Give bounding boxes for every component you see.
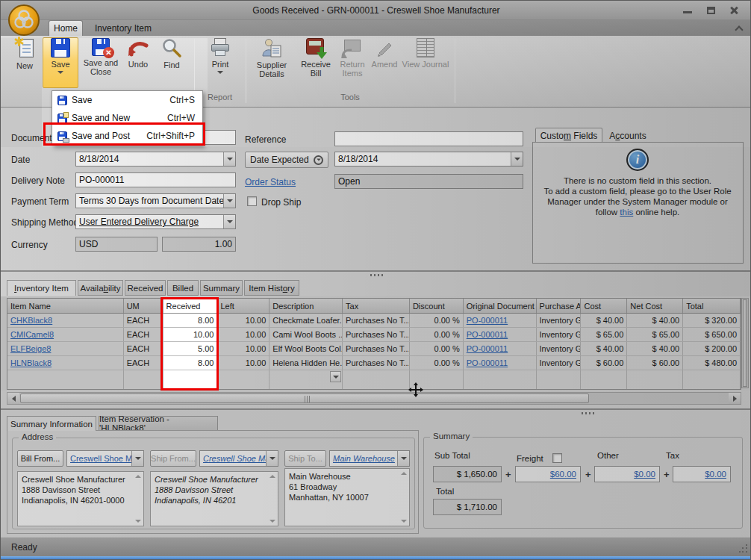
tab-billed[interactable]: Billed [167, 280, 199, 296]
tax-value-link[interactable]: $0.00 [705, 470, 726, 479]
ship-to-dropdown-icon[interactable] [397, 451, 409, 466]
scroll-down-icon[interactable] [269, 520, 275, 523]
tab-inventory-item-detail[interactable]: Inventory Item [7, 280, 76, 296]
col-purchase-account[interactable]: Purchase A [537, 299, 582, 313]
tab-item-history[interactable]: Item History [244, 280, 299, 296]
horizontal-scrollbar-thumb[interactable] [20, 393, 589, 403]
scroll-down-icon[interactable] [401, 520, 407, 523]
app-logo-icon[interactable] [8, 4, 40, 36]
col-original-document[interactable]: Original Document [464, 299, 537, 313]
date-dropdown-icon[interactable] [223, 152, 235, 166]
splitter[interactable] [1, 270, 751, 272]
scroll-up-icon[interactable] [269, 475, 275, 478]
col-discount[interactable]: Discount [410, 299, 464, 313]
original-document-link[interactable]: PO-000011 [467, 344, 508, 353]
item-link[interactable]: HLNBlack8 [10, 358, 52, 367]
col-um[interactable]: UM [124, 299, 163, 313]
save-button[interactable]: Save [44, 38, 77, 74]
tab-item-reservation[interactable]: Item Reservation - 'HLNBlack8' [99, 416, 218, 431]
save-dropdown-arrow-icon[interactable] [57, 71, 63, 74]
resize-grip-icon[interactable] [739, 544, 748, 553]
splitter-grip-icon[interactable] [582, 412, 595, 414]
payment-term-dropdown-icon[interactable] [223, 194, 235, 208]
tab-accounts[interactable]: Accounts [605, 129, 650, 143]
tab-summary[interactable]: Summary [200, 280, 243, 296]
close-button[interactable] [723, 1, 744, 20]
vertical-scrollbar-thumb[interactable] [743, 299, 747, 387]
col-description[interactable]: Description [269, 299, 343, 313]
bill-from-button[interactable]: Bill From... [17, 450, 63, 467]
freight-checkbox[interactable] [552, 453, 562, 463]
shipping-method-link[interactable]: User Entered Delivery Charge [76, 215, 223, 228]
undo-button[interactable]: Undo [123, 38, 153, 69]
tab-custom-fields[interactable]: Custom Fields [535, 128, 602, 143]
original-document-link[interactable]: PO-000011 [467, 316, 508, 325]
col-tax[interactable]: Tax [343, 299, 410, 313]
tab-home[interactable]: Home [49, 20, 83, 36]
bill-from-address[interactable]: Creswell Shoe Manufacturer 1888 Davisson… [17, 471, 144, 526]
freight-value-link[interactable]: $60.00 [550, 470, 576, 479]
supplier-details-button[interactable]: Supplier Details [249, 38, 295, 78]
ship-to-button[interactable]: Ship To... [284, 450, 326, 467]
collapse-ribbon-icon[interactable] [735, 25, 742, 31]
print-button[interactable]: Print [199, 38, 241, 74]
date-expected-combo[interactable]: 8/18/2014 [334, 152, 523, 167]
drop-ship-checkbox[interactable] [247, 196, 257, 206]
original-document-link[interactable]: PO-000011 [467, 358, 508, 367]
tab-availability[interactable]: Availability [78, 280, 123, 296]
col-item-name[interactable]: Item Name [7, 299, 124, 313]
ship-from-address[interactable]: Creswell Shoe Manufacturer 1888 Davisson… [150, 471, 278, 526]
print-dropdown-arrow-icon[interactable] [217, 71, 223, 74]
ship-to-combo[interactable]: Main Warehouse [329, 450, 410, 467]
shipping-method-dropdown-icon[interactable] [223, 215, 235, 228]
date-combo[interactable]: 8/18/2014 [75, 152, 236, 167]
col-left[interactable]: Left [217, 299, 269, 313]
bill-from-dropdown-icon[interactable] [131, 451, 143, 466]
menu-item-save[interactable]: Save Ctrl+S [52, 91, 202, 109]
ship-from-dropdown-icon[interactable] [266, 451, 278, 466]
delivery-note-input[interactable]: PO-000011 [75, 172, 236, 187]
receive-bill-button[interactable]: Receive Bill [298, 38, 334, 78]
scroll-up-icon[interactable] [135, 475, 141, 478]
shipping-method-combo[interactable]: User Entered Delivery Charge [75, 214, 236, 229]
scroll-up-icon[interactable] [401, 472, 407, 475]
scroll-right-icon[interactable] [729, 393, 741, 404]
payment-term-combo[interactable]: Terms 30 Days from Document Date [75, 193, 236, 208]
date-expected-dropdown-icon[interactable] [511, 152, 523, 166]
save-and-close-button[interactable]: ✕ Save and Close [80, 38, 122, 76]
table-vertical-scrollbar[interactable] [741, 298, 749, 388]
col-net-cost[interactable]: Net Cost [627, 299, 683, 313]
scroll-left-icon[interactable] [7, 393, 19, 404]
scroll-down-icon[interactable] [135, 520, 141, 523]
restore-button[interactable] [701, 1, 722, 20]
other-value-link[interactable]: $0.00 [634, 470, 655, 479]
find-button[interactable]: Find [155, 38, 189, 69]
splitter-grip-icon[interactable] [370, 274, 384, 276]
help-link[interactable]: this [620, 208, 633, 217]
ship-to-address[interactable]: Main Warehouse 61 Broadway Manhattan, NY… [284, 468, 410, 526]
item-link[interactable]: CMICamel8 [10, 330, 54, 339]
col-total[interactable]: Total [683, 299, 741, 313]
tab-summary-information[interactable]: Summary Information [7, 416, 96, 431]
freight-field[interactable]: $60.00 [515, 466, 581, 482]
tab-received[interactable]: Received [125, 280, 166, 296]
item-link[interactable]: ELFBeige8 [10, 344, 51, 353]
splitter[interactable] [1, 408, 751, 410]
table-horizontal-scrollbar[interactable] [7, 392, 741, 405]
ship-from-combo[interactable]: Creswell Shoe Ma [199, 450, 278, 467]
plus-sign: + [585, 469, 591, 480]
ship-from-button[interactable]: Ship From... [150, 450, 196, 467]
minimize-button[interactable] [677, 1, 698, 20]
reference-input[interactable] [334, 131, 523, 146]
tab-inventory-item[interactable]: Inventory Item [86, 20, 161, 36]
bill-from-combo[interactable]: Creswell Shoe M [66, 450, 144, 467]
order-status-link[interactable]: Order Status [245, 177, 296, 187]
item-link[interactable]: CHKBlack8 [10, 316, 52, 325]
new-button[interactable]: New [8, 38, 41, 70]
tax-field[interactable]: $0.00 [673, 466, 731, 482]
tax-dropdown-icon[interactable] [330, 371, 341, 382]
other-field[interactable]: $0.00 [594, 466, 660, 482]
original-document-link[interactable]: PO-000011 [467, 330, 508, 339]
date-expected-selector-button[interactable]: Date Expected [245, 152, 328, 168]
col-cost[interactable]: Cost [581, 299, 627, 313]
